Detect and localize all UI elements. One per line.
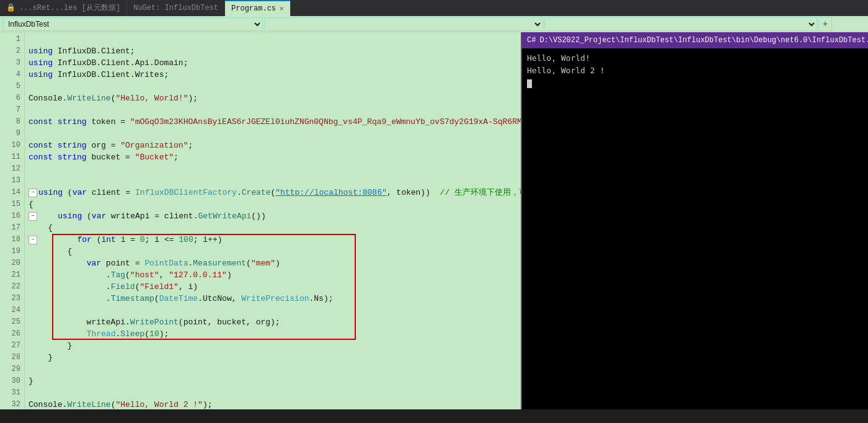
tab-nuget[interactable]: NuGet: InfluxDbTest — [127, 0, 225, 16]
line-num-28: 28 — [0, 352, 20, 363]
line-num-27: 27 — [0, 340, 20, 352]
line-num-16: 16 — [0, 210, 20, 222]
line-num-10: 10 — [0, 140, 20, 151]
console-cursor-line — [527, 77, 863, 89]
class-dropdown[interactable]: InfluxDbTest — [2, 17, 263, 31]
console-panel: C# D:\VS2022_Project\InfluxDbTest\Influx… — [521, 32, 868, 409]
console-cursor — [527, 79, 532, 88]
line-num-20: 20 — [0, 257, 20, 269]
line-num-32: 32 — [0, 399, 20, 409]
line-num-9: 9 — [0, 128, 20, 140]
line-num-26: 26 — [0, 328, 20, 340]
line-num-13: 13 — [0, 175, 20, 187]
line-num-22: 22 — [0, 281, 20, 293]
tab-sourceret[interactable]: 🔒 ...sRet...les [从元数据] — [0, 0, 127, 16]
console-icon: C# — [527, 36, 536, 45]
line-num-21: 21 — [0, 269, 20, 281]
line-num-1: 1 — [0, 33, 20, 45]
line-numbers: 1 2 3 4 5 6 7 8 9 10 11 12 13 14 15 16 1… — [0, 32, 25, 409]
tab-program-cs[interactable]: Program.cs ✕ — [225, 0, 291, 16]
context-dropdown[interactable] — [544, 17, 817, 31]
toolbar: InfluxDbTest + — [0, 16, 868, 32]
console-line-2: Hello, World 2 ! — [527, 65, 863, 77]
line-num-4: 4 — [0, 69, 20, 81]
line-num-30: 30 — [0, 375, 20, 387]
tab-label: Program.cs — [231, 4, 276, 13]
line-num-18: 18 — [0, 234, 20, 246]
line-num-11: 11 — [0, 151, 20, 163]
lock-icon: 🔒 — [6, 3, 16, 12]
tab-label: NuGet: InfluxDbTest — [133, 4, 218, 12]
line-num-5: 5 — [0, 81, 20, 92]
line-num-3: 3 — [0, 57, 20, 69]
line-num-24: 24 — [0, 305, 20, 316]
line-num-15: 15 — [0, 198, 20, 210]
line-num-25: 25 — [0, 316, 20, 328]
line-num-14: 14 — [0, 187, 20, 198]
line-num-2: 2 — [0, 45, 20, 57]
collapse-btn-18[interactable]: − — [29, 236, 37, 244]
line-num-29: 29 — [0, 363, 20, 375]
tab-close-button[interactable]: ✕ — [280, 4, 284, 12]
member-dropdown[interactable] — [264, 17, 543, 31]
collapse-btn-16[interactable]: − — [29, 212, 37, 221]
add-button[interactable]: + — [818, 17, 832, 31]
tab-bar: 🔒 ...sRet...les [从元数据] NuGet: InfluxDbTe… — [0, 0, 868, 16]
line-num-12: 12 — [0, 163, 20, 175]
line-num-31: 31 — [0, 387, 20, 399]
line-num-19: 19 — [0, 246, 20, 257]
line-num-6: 6 — [0, 92, 20, 104]
console-line-1: Hello, World! — [527, 52, 863, 65]
tab-label: ...sRet...les [从元数据] — [19, 2, 120, 13]
line-num-23: 23 — [0, 293, 20, 305]
collapse-btn-14[interactable]: − — [29, 189, 37, 197]
console-title: D:\VS2022_Project\InfluxDbTest\InfluxDbT… — [539, 36, 868, 45]
line-num-17: 17 — [0, 222, 20, 234]
editor-container: 1 2 3 4 5 6 7 8 9 10 11 12 13 14 15 16 1… — [0, 32, 868, 409]
console-title-bar: C# D:\VS2022_Project\InfluxDbTest\Influx… — [522, 32, 868, 48]
line-num-8: 8 — [0, 116, 20, 128]
console-content: Hello, World! Hello, World 2 ! — [522, 48, 868, 93]
line-num-7: 7 — [0, 104, 20, 116]
